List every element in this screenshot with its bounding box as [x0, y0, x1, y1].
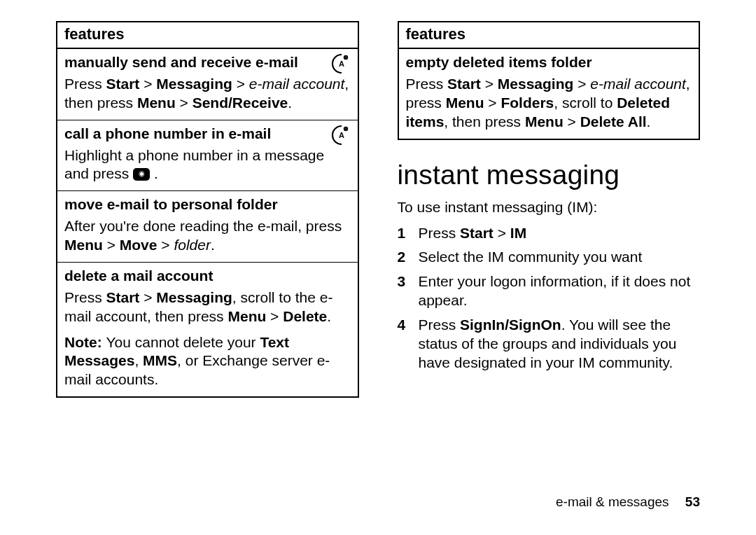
- page-number: 53: [685, 494, 700, 509]
- feature-body: Press Start > Messaging > e-mail account…: [64, 76, 349, 111]
- feature-empty-deleted: empty deleted items folder Press Start >…: [399, 49, 699, 139]
- page-footer: e-mail & messages 53: [556, 494, 700, 510]
- feature-delete-account: delete a mail account Press Start > Mess…: [57, 263, 358, 396]
- feature-call-number: call a phone number in e-mail A Highligh…: [57, 120, 358, 192]
- feature-body: Press Start > Messaging, scroll to the e…: [64, 289, 332, 324]
- svg-text:A: A: [339, 60, 344, 68]
- crescent-icon: A: [331, 125, 352, 146]
- step-1: 1 Press Start > IM: [398, 224, 701, 243]
- step-text: Press Start > IM: [419, 224, 527, 243]
- feature-title: manually send and receive e-mail: [64, 53, 351, 72]
- step-text: Enter your logon information, if it does…: [419, 272, 701, 310]
- section-heading-im: instant messaging: [398, 160, 701, 190]
- svg-text:A: A: [339, 131, 344, 139]
- features-table-right: features empty deleted items folder Pres…: [398, 21, 701, 140]
- feature-body: After you're done reading the e-mail, pr…: [64, 218, 342, 253]
- im-steps: 1 Press Start > IM 2 Select the IM commu…: [398, 224, 701, 373]
- feature-body: Highlight a phone number in a message an…: [64, 147, 324, 182]
- feature-title: call a phone number in e-mail: [64, 125, 351, 144]
- features-table-left: features manually send and receive e-mai…: [56, 21, 359, 398]
- feature-title: delete a mail account: [64, 267, 351, 286]
- step-3: 3 Enter your logon information, if it do…: [398, 272, 701, 310]
- page-columns: features manually send and receive e-mai…: [56, 21, 700, 398]
- left-column: features manually send and receive e-mai…: [56, 21, 359, 398]
- right-column: features empty deleted items folder Pres…: [398, 21, 701, 398]
- feature-send-receive: manually send and receive e-mail A Press…: [57, 49, 358, 120]
- feature-body: Press Start > Messaging > e-mail account…: [406, 76, 690, 130]
- features-header: features: [57, 22, 358, 49]
- camera-key-icon: [133, 168, 150, 181]
- step-number: 1: [398, 224, 419, 243]
- step-text: Select the IM community you want: [419, 248, 643, 267]
- step-number: 2: [398, 248, 419, 267]
- step-4: 4 Press SignIn/SignOn. You will see the …: [398, 316, 701, 373]
- features-header: features: [399, 22, 699, 49]
- step-2: 2 Select the IM community you want: [398, 248, 701, 267]
- im-intro: To use instant messaging (IM):: [398, 199, 701, 216]
- feature-title: empty deleted items folder: [406, 53, 692, 72]
- feature-note: Note: You cannot delete your Text Messag…: [64, 334, 330, 388]
- feature-title: move e-mail to personal folder: [64, 195, 351, 214]
- crescent-icon: A: [331, 53, 352, 74]
- step-text: Press SignIn/SignOn. You will see the st…: [419, 316, 701, 373]
- footer-text: e-mail & messages: [556, 494, 669, 509]
- step-number: 3: [398, 272, 419, 310]
- step-number: 4: [398, 316, 419, 373]
- feature-move-folder: move e-mail to personal folder After you…: [57, 191, 358, 263]
